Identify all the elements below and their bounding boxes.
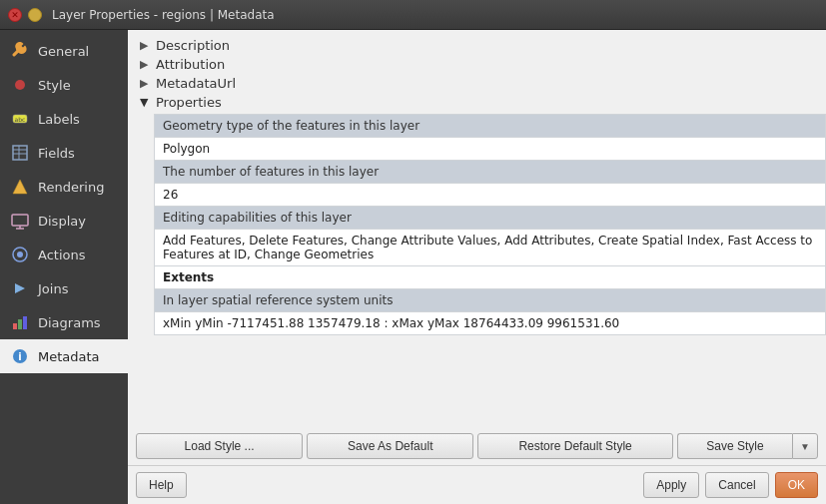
prop-editing-value-cell: Add Features, Delete Features, Change At… (155, 230, 826, 266)
tree-item-properties[interactable]: ▼ Properties (136, 93, 826, 112)
svg-point-12 (17, 252, 23, 257)
save-style-split: Save Style ▼ (677, 433, 818, 459)
prop-features-header-cell: The number of features in this layer (155, 161, 826, 184)
cancel-button[interactable]: Cancel (705, 472, 768, 498)
sidebar-item-labels[interactable]: abc Labels (0, 102, 128, 136)
display-icon (10, 211, 30, 231)
svg-rect-15 (18, 319, 22, 329)
svg-text:abc: abc (15, 116, 26, 123)
svg-rect-14 (13, 323, 17, 329)
fields-icon (10, 143, 30, 163)
window-title: Layer Properties - regions | Metadata (52, 8, 275, 22)
apply-button[interactable]: Apply (643, 472, 699, 498)
prop-extents-cell: Extents (155, 266, 826, 289)
help-button[interactable]: Help (136, 472, 187, 498)
tree-item-metadataurl[interactable]: ▶ MetadataUrl (136, 74, 826, 93)
prop-row-features-value: 26 (155, 184, 826, 207)
sidebar-diagrams-label: Diagrams (38, 315, 101, 330)
prop-geom-value-cell: Polygon (155, 138, 826, 161)
content-area: ▶ Description ▶ Attribution ▶ MetadataUr… (128, 30, 826, 504)
svg-point-0 (15, 80, 25, 90)
prop-row-editing-header: Editing capabilities of this layer (155, 207, 826, 230)
properties-table: Geometry type of the features in this la… (154, 114, 826, 335)
sidebar-item-metadata[interactable]: i Metadata (0, 339, 128, 373)
save-as-default-button[interactable]: Save As Default (307, 433, 473, 459)
prop-row-geom-header: Geometry type of the features in this la… (155, 115, 826, 138)
sidebar-joins-label: Joins (38, 281, 68, 296)
tree-label-metadataurl: MetadataUrl (156, 76, 236, 91)
tree-arrow-properties: ▼ (140, 96, 156, 109)
prop-geom-header-cell: Geometry type of the features in this la… (155, 115, 826, 138)
ok-button[interactable]: OK (775, 472, 818, 498)
sidebar-fields-label: Fields (38, 146, 75, 161)
svg-rect-3 (13, 146, 27, 160)
prop-row-geom-value: Polygon (155, 138, 826, 161)
sidebar-display-label: Display (38, 214, 86, 229)
sidebar: General Style abc Labels Fields Renderin… (0, 30, 128, 504)
action-buttons-bar: Help Apply Cancel OK (128, 466, 826, 504)
sidebar-item-joins[interactable]: Joins (0, 271, 128, 305)
actions-icon (10, 245, 30, 264)
tree-label-attribution: Attribution (156, 57, 225, 72)
svg-marker-7 (13, 180, 27, 194)
tree-arrow-metadataurl: ▶ (140, 77, 156, 90)
wrench-icon (10, 41, 30, 61)
save-style-button[interactable]: Save Style (677, 433, 792, 459)
close-button[interactable] (8, 8, 22, 22)
joins-icon (10, 278, 30, 298)
save-style-dropdown-button[interactable]: ▼ (792, 433, 818, 459)
sidebar-rendering-label: Rendering (38, 180, 104, 195)
tree-arrow-attribution: ▶ (140, 58, 156, 71)
svg-text:i: i (18, 351, 21, 362)
prop-srs-header-cell: In layer spatial reference system units (155, 289, 826, 312)
titlebar: Layer Properties - regions | Metadata (0, 0, 826, 30)
prop-row-srs-header: In layer spatial reference system units (155, 289, 826, 312)
sidebar-style-label: Style (38, 78, 71, 93)
tree-item-description[interactable]: ▶ Description (136, 36, 826, 55)
minimize-button[interactable] (28, 8, 42, 22)
prop-features-value-cell: 26 (155, 184, 826, 207)
tree-arrow-description: ▶ (140, 39, 156, 52)
sidebar-item-style[interactable]: Style (0, 68, 128, 102)
info-icon: i (10, 346, 30, 366)
label-icon: abc (10, 109, 30, 129)
svg-rect-16 (23, 316, 27, 329)
prop-row-features-header: The number of features in this layer (155, 161, 826, 184)
diagrams-icon (10, 312, 30, 332)
main-layout: General Style abc Labels Fields Renderin… (0, 30, 826, 504)
style-buttons-bar: Load Style ... Save As Default Restore D… (128, 427, 826, 466)
prop-row-srs-value: xMin yMin -7117451.88 1357479.18 : xMax … (155, 312, 826, 335)
sidebar-item-display[interactable]: Display (0, 204, 128, 238)
rendering-icon (10, 177, 30, 197)
brush-icon (10, 75, 30, 95)
prop-row-editing-value: Add Features, Delete Features, Change At… (155, 230, 826, 266)
prop-editing-header-cell: Editing capabilities of this layer (155, 207, 826, 230)
load-style-button[interactable]: Load Style ... (136, 433, 303, 459)
sidebar-metadata-label: Metadata (38, 349, 100, 364)
tree-label-properties: Properties (156, 95, 222, 110)
sidebar-labels-label: Labels (38, 112, 80, 127)
tree-label-description: Description (156, 38, 230, 53)
sidebar-item-rendering[interactable]: Rendering (0, 170, 128, 204)
svg-rect-8 (12, 215, 28, 226)
sidebar-item-actions[interactable]: Actions (0, 238, 128, 271)
sidebar-item-fields[interactable]: Fields (0, 136, 128, 170)
svg-marker-13 (15, 283, 25, 293)
metadata-list[interactable]: ▶ Description ▶ Attribution ▶ MetadataUr… (128, 30, 826, 427)
sidebar-general-label: General (38, 44, 89, 59)
sidebar-item-general[interactable]: General (0, 34, 128, 68)
sidebar-item-diagrams[interactable]: Diagrams (0, 305, 128, 339)
prop-row-extents: Extents (155, 266, 826, 289)
sidebar-actions-label: Actions (38, 248, 86, 262)
prop-srs-value-cell: xMin yMin -7117451.88 1357479.18 : xMax … (155, 312, 826, 335)
tree-item-attribution[interactable]: ▶ Attribution (136, 55, 826, 74)
restore-default-style-button[interactable]: Restore Default Style (477, 433, 672, 459)
